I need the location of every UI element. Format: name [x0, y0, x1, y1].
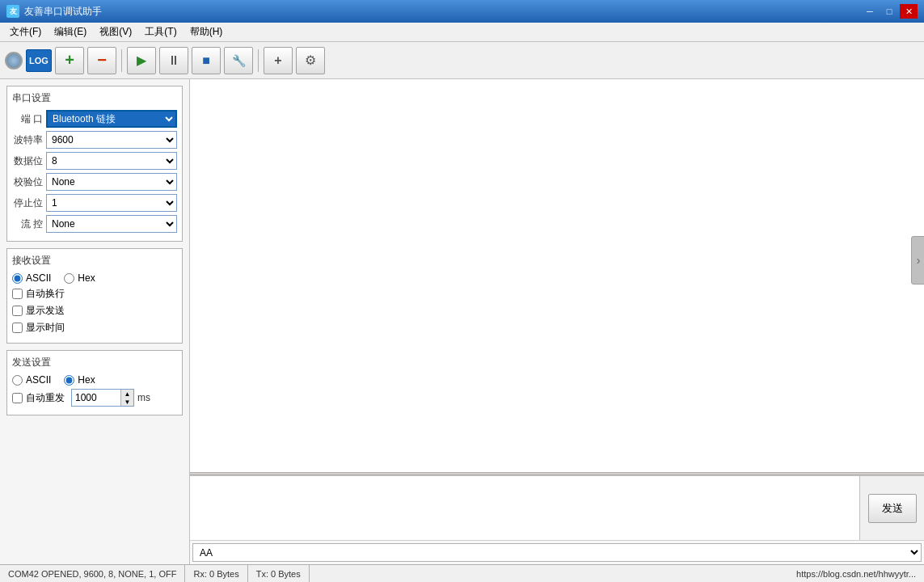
receive-area: › — [190, 79, 924, 472]
flow-row: 流 控 None — [12, 215, 177, 233]
status-rx-text: Rx: 0 Bytes — [193, 569, 238, 579]
receive-encoding-group: ASCII Hex — [12, 272, 177, 284]
send-input-select[interactable]: AA — [192, 543, 922, 562]
status-com-text: COM42 OPENED, 9600, 8, NONE, 1, OFF — [8, 569, 176, 579]
auto-newline-label: 自动换行 — [26, 287, 65, 301]
minimize-button[interactable]: ─ — [861, 4, 879, 19]
show-time-checkbox[interactable] — [12, 323, 23, 333]
send-ascii-label: ASCII — [26, 374, 51, 386]
toolbar-separator-1 — [121, 49, 122, 72]
toolbar-separator-2 — [258, 49, 259, 72]
toolbar-addtab-button[interactable] — [264, 47, 293, 74]
app-title: 友善串口调试助手 — [24, 5, 102, 19]
receive-settings-title: 接收设置 — [12, 254, 177, 268]
stop-icon — [202, 53, 210, 68]
maximize-button[interactable]: □ — [880, 4, 898, 19]
port-label: 端 口 — [12, 112, 43, 126]
side-tab[interactable]: › — [911, 236, 924, 285]
toolbar-pause-button[interactable] — [159, 47, 188, 74]
databits-label: 数据位 — [12, 154, 43, 168]
receive-ascii-label: ASCII — [26, 272, 51, 284]
close-button[interactable]: ✕ — [900, 4, 918, 19]
send-button[interactable]: 发送 — [868, 494, 917, 523]
show-sent-checkbox[interactable] — [12, 306, 23, 316]
auto-newline-option[interactable]: 自动换行 — [12, 287, 177, 301]
flow-label: 流 控 — [12, 217, 43, 231]
port-select[interactable]: Bluetooth 链接COM1COM2COM3COM42 — [46, 110, 177, 128]
baud-select[interactable]: 9600 — [46, 131, 177, 149]
wrench-icon — [232, 53, 246, 68]
title-bar-left: 友 友善串口调试助手 — [6, 5, 102, 19]
show-sent-option[interactable]: 显示发送 — [12, 304, 177, 318]
spinner-down-button[interactable]: ▼ — [121, 398, 133, 406]
menu-edit[interactable]: 编辑(E) — [48, 23, 93, 41]
parity-label: 校验位 — [12, 175, 43, 189]
parity-select[interactable]: None — [46, 173, 177, 191]
menu-file[interactable]: 文件(F) — [3, 23, 48, 41]
send-input-row: AA — [190, 540, 924, 564]
minus-icon — [97, 51, 107, 70]
send-settings-title: 发送设置 — [12, 356, 177, 369]
toolbar-wrench-button[interactable] — [224, 47, 253, 74]
databits-row: 数据位 8 — [12, 152, 177, 170]
serial-settings-title: 串口设置 — [12, 91, 177, 105]
stopbits-label: 停止位 — [12, 196, 43, 210]
port-row: 端 口 Bluetooth 链接COM1COM2COM3COM42 — [12, 110, 177, 128]
send-encoding-group: ASCII Hex — [12, 374, 177, 386]
status-tx: Tx: 0 Bytes — [248, 565, 310, 582]
auto-newline-checkbox[interactable] — [12, 289, 23, 299]
menu-view[interactable]: 视图(V) — [93, 23, 138, 41]
send-settings-box: 发送设置 ASCII Hex 自动重发 — [6, 350, 183, 415]
status-url: https://blog.csdn.net/hhwyytr... — [310, 565, 924, 582]
baud-label: 波特率 — [12, 133, 43, 147]
add-tab-icon — [274, 53, 281, 68]
play-icon — [137, 53, 146, 68]
title-bar: 友 友善串口调试助手 ─ □ ✕ — [0, 0, 924, 23]
toolbar: LOG — [0, 42, 924, 79]
title-bar-controls: ─ □ ✕ — [861, 4, 918, 19]
main-layout: 串口设置 端 口 Bluetooth 链接COM1COM2COM3COM42 波… — [0, 79, 924, 564]
show-time-option[interactable]: 显示时间 — [12, 321, 177, 335]
receive-ascii-radio[interactable] — [12, 273, 23, 284]
flow-select[interactable]: None — [46, 215, 177, 233]
menu-tools[interactable]: 工具(T) — [138, 23, 183, 41]
stopbits-select[interactable]: 1 — [46, 194, 177, 212]
parity-row: 校验位 None — [12, 173, 177, 191]
pause-icon — [167, 53, 180, 68]
resend-interval-input[interactable] — [72, 390, 120, 406]
status-rx: Rx: 0 Bytes — [185, 565, 247, 582]
send-ascii-radio[interactable] — [12, 375, 23, 386]
spinner-up-button[interactable]: ▲ — [121, 390, 133, 398]
gear-icon — [305, 53, 316, 68]
menu-bar: 文件(F) 编辑(E) 视图(V) 工具(T) 帮助(H) — [0, 23, 924, 42]
right-panel: › 发送 AA — [190, 79, 924, 564]
auto-resend-checkbox[interactable] — [12, 393, 23, 403]
receive-hex-radio[interactable] — [64, 273, 74, 284]
send-hex-option[interactable]: Hex — [64, 374, 95, 386]
status-com: COM42 OPENED, 9600, 8, NONE, 1, OFF — [0, 565, 185, 582]
send-textarea[interactable] — [190, 476, 859, 540]
send-ascii-option[interactable]: ASCII — [12, 374, 51, 386]
toolbar-remove-button[interactable] — [87, 47, 116, 74]
receive-hex-label: Hex — [78, 272, 95, 284]
receive-ascii-option[interactable]: ASCII — [12, 272, 51, 284]
receive-hex-option[interactable]: Hex — [64, 272, 95, 284]
toolbar-add-button[interactable] — [55, 47, 84, 74]
auto-resend-option[interactable]: 自动重发 — [12, 391, 65, 405]
status-url-text: https://blog.csdn.net/hhwyytr... — [796, 569, 916, 579]
toolbar-circle-btn[interactable] — [5, 52, 23, 70]
resend-interval-spinner: ▲ ▼ — [71, 389, 134, 407]
menu-help[interactable]: 帮助(H) — [184, 23, 230, 41]
auto-resend-row: 自动重发 ▲ ▼ ms — [12, 389, 177, 407]
stopbits-row: 停止位 1 — [12, 194, 177, 212]
send-hex-radio[interactable] — [64, 375, 74, 386]
plus-icon — [65, 51, 74, 70]
toolbar-log-button[interactable]: LOG — [26, 49, 52, 72]
toolbar-play-button[interactable] — [127, 47, 156, 74]
auto-resend-label: 自动重发 — [26, 391, 65, 405]
toolbar-gear-button[interactable] — [296, 47, 325, 74]
databits-select[interactable]: 8 — [46, 152, 177, 170]
spinner-buttons: ▲ ▼ — [120, 390, 133, 406]
toolbar-stop-button[interactable] — [192, 47, 221, 74]
serial-settings-box: 串口设置 端 口 Bluetooth 链接COM1COM2COM3COM42 波… — [6, 86, 183, 242]
